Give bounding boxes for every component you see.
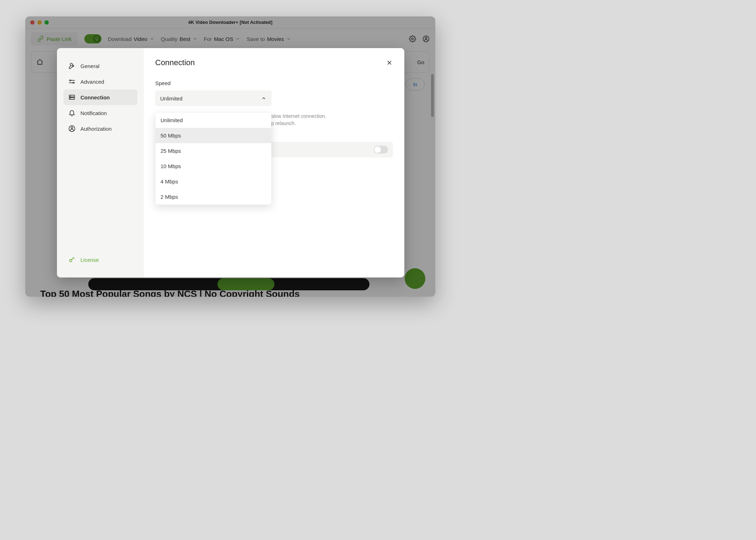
- svg-point-11: [69, 259, 72, 262]
- close-icon[interactable]: [386, 59, 393, 66]
- bell-icon: [68, 109, 75, 116]
- server-icon: [68, 94, 75, 101]
- key-icon: [68, 256, 75, 263]
- sidebar-label: General: [80, 63, 99, 69]
- svg-point-8: [70, 98, 70, 99]
- sidebar-label: Authorization: [80, 126, 112, 132]
- sidebar-label: Connection: [80, 94, 110, 100]
- sidebar-item-general[interactable]: General: [63, 58, 137, 74]
- speed-option-25mbps[interactable]: 25 Mbps: [156, 143, 271, 159]
- speed-option-unlimited[interactable]: Unlimited: [156, 113, 271, 128]
- speed-select[interactable]: Unlimited: [155, 90, 272, 106]
- speed-option-2mbps[interactable]: 2 Mbps: [156, 189, 271, 204]
- panel-title: Connection: [155, 58, 195, 67]
- svg-point-10: [71, 127, 73, 129]
- sidebar-item-license[interactable]: License: [63, 252, 137, 268]
- wrench-icon: [68, 62, 75, 69]
- speed-option-4mbps[interactable]: 4 Mbps: [156, 174, 271, 189]
- svg-point-4: [73, 82, 74, 83]
- speed-option-50mbps[interactable]: 50 Mbps: [156, 128, 271, 143]
- sliders-icon: [68, 78, 75, 85]
- speed-option-10mbps[interactable]: 10 Mbps: [156, 159, 271, 174]
- speed-label: Speed: [155, 80, 393, 86]
- proxy-toggle[interactable]: [374, 146, 388, 154]
- speed-selected: Unlimited: [160, 95, 183, 102]
- chevron-up-icon: [261, 95, 267, 101]
- sidebar-label: Notification: [80, 110, 107, 116]
- settings-panel: Connection Speed Unlimited slow Internet…: [144, 48, 404, 277]
- sidebar-item-authorization[interactable]: Authorization: [63, 121, 137, 136]
- sidebar-item-connection[interactable]: Connection: [63, 89, 137, 105]
- sidebar-label: Advanced: [80, 79, 104, 85]
- sidebar-label: License: [80, 257, 99, 263]
- settings-sidebar: General Advanced Connection Notification…: [57, 48, 144, 277]
- speed-dropdown: Unlimited 50 Mbps 25 Mbps 10 Mbps 4 Mbps…: [155, 112, 272, 205]
- sidebar-item-advanced[interactable]: Advanced: [63, 74, 137, 89]
- sidebar-item-notification[interactable]: Notification: [63, 105, 137, 121]
- svg-point-7: [70, 96, 70, 96]
- settings-dialog: General Advanced Connection Notification…: [57, 48, 404, 277]
- user-icon: [68, 125, 75, 132]
- svg-point-3: [70, 80, 71, 81]
